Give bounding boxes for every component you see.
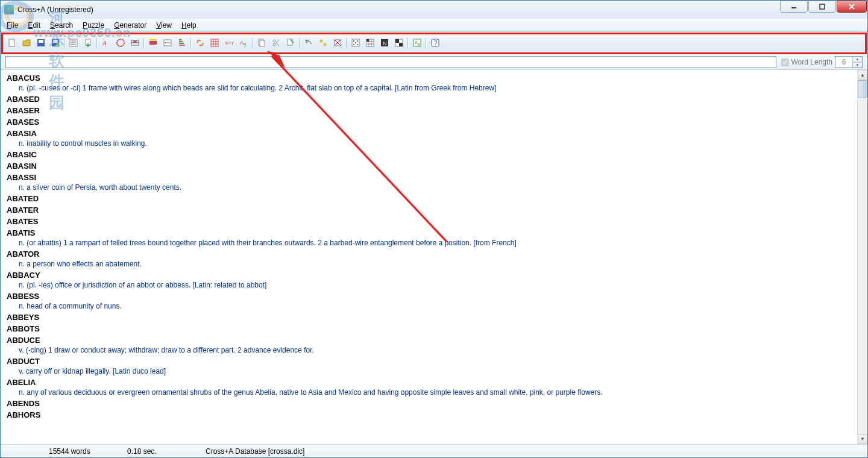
svg-rect-8 — [39, 40, 43, 43]
menu-view[interactable]: View — [151, 19, 177, 31]
new-button[interactable] — [5, 36, 19, 51]
dict-button[interactable]: AB — [410, 36, 424, 51]
minimize-button[interactable] — [780, 1, 808, 13]
svg-point-37 — [320, 39, 323, 42]
puzzle3-icon: N — [380, 38, 389, 49]
grid-button[interactable] — [207, 36, 222, 51]
word-entry[interactable]: ABDUCT — [7, 357, 861, 366]
sort-icon — [177, 38, 187, 49]
word-entry[interactable]: ABASIC — [7, 150, 861, 159]
word-entry[interactable]: ABENDS — [7, 399, 861, 408]
spin-up-button[interactable]: ▲ — [852, 57, 862, 63]
word-entry[interactable]: ABBESS — [7, 292, 861, 301]
maximize-button[interactable] — [808, 1, 836, 13]
word-entry[interactable]: ABATIS — [7, 228, 861, 237]
word-list-button[interactable] — [66, 36, 81, 51]
clear-button[interactable] — [330, 36, 345, 51]
word-entry[interactable]: ABATES — [7, 217, 861, 226]
export-button[interactable] — [81, 36, 95, 51]
word-entry[interactable]: ABDUCE — [7, 336, 861, 345]
anagram-button[interactable]: A — [99, 36, 113, 51]
spin-down-button[interactable]: ▼ — [852, 63, 862, 68]
word-entry[interactable]: ABACUS — [7, 74, 861, 83]
vertical-scrollbar[interactable]: ▲ ▼ — [857, 70, 867, 444]
redo-button[interactable] — [316, 36, 330, 51]
toolbar-separator — [251, 36, 254, 51]
svg-point-46 — [353, 44, 354, 45]
word-entry[interactable]: ABASSI — [7, 173, 861, 182]
undo-button[interactable] — [301, 36, 316, 51]
svg-point-47 — [357, 44, 358, 45]
word-entry[interactable]: ABELIA — [7, 378, 861, 387]
puzzle1-button[interactable] — [348, 36, 363, 51]
app-window: 河东软件园 www.pc0359.cn Cross+A (Unregistere… — [0, 0, 868, 458]
save-button[interactable] — [34, 36, 48, 51]
crossword-button[interactable] — [128, 36, 142, 51]
open-button[interactable] — [19, 36, 34, 51]
word-entry[interactable]: ABASIA — [7, 129, 861, 138]
toolbar-separator — [298, 36, 301, 51]
word-length-value[interactable] — [835, 57, 852, 67]
menu-puzzle[interactable]: Puzzle — [78, 19, 109, 31]
menu-generator[interactable]: Generator — [109, 19, 151, 31]
word-entry[interactable]: ABASIN — [7, 162, 861, 171]
svg-point-45 — [355, 42, 356, 43]
status-word-count: 15544 words — [43, 447, 121, 456]
new-icon — [7, 38, 17, 49]
menu-search[interactable]: Search — [45, 19, 78, 31]
copy-button[interactable] — [254, 36, 269, 51]
formula-icon: X+Y — [224, 38, 234, 49]
sort-button[interactable] — [175, 36, 189, 51]
svg-point-34 — [273, 43, 275, 46]
formula-button[interactable]: X+Y — [222, 36, 236, 51]
save-as-icon — [51, 38, 60, 49]
word-entry[interactable]: ABHORS — [7, 410, 861, 419]
puzzle3-button[interactable]: N — [377, 36, 392, 51]
word-entry[interactable]: ABASES — [7, 118, 861, 127]
filter-button[interactable] — [113, 36, 128, 51]
search-input[interactable] — [5, 56, 776, 68]
hint-button[interactable] — [160, 36, 175, 51]
scroll-up-button[interactable]: ▲ — [858, 70, 867, 80]
paste-button[interactable] — [283, 36, 298, 51]
close-button[interactable] — [837, 1, 867, 13]
link-icon — [195, 38, 205, 49]
word-entry[interactable]: ABATED — [7, 194, 861, 203]
toolbar-highlight-box: AX+YABNAB? — [1, 33, 867, 54]
word-entry[interactable]: ABATOR — [7, 249, 861, 259]
toolbar-separator — [406, 36, 410, 51]
word-definition: n. any of various deciduous or evergreen… — [19, 388, 861, 397]
rebus-button[interactable] — [146, 36, 160, 51]
menu-help[interactable]: Help — [177, 19, 201, 31]
link-button[interactable] — [193, 36, 207, 51]
word-length-box: Word Length ▲ ▼ — [781, 56, 863, 68]
word-length-spinner[interactable]: ▲ ▼ — [835, 56, 863, 68]
puzzle2-button[interactable] — [363, 36, 377, 51]
svg-rect-21 — [136, 40, 139, 43]
svg-rect-53 — [395, 39, 399, 43]
puzzle4-button[interactable] — [392, 36, 406, 51]
word-length-checkbox[interactable] — [781, 58, 789, 66]
word-length-label: Word Length — [791, 58, 833, 66]
word-entry[interactable]: ABBOTS — [7, 324, 861, 333]
svg-rect-35 — [288, 39, 292, 45]
save-as-button[interactable] — [48, 36, 63, 51]
svg-rect-10 — [53, 40, 58, 43]
word-entry[interactable]: ABBACY — [7, 271, 861, 280]
cut-button[interactable] — [269, 36, 283, 51]
help-button[interactable]: ? — [428, 36, 442, 51]
word-entry[interactable]: ABBEYS — [7, 313, 861, 322]
word-entry[interactable]: ABASER — [7, 106, 861, 115]
svg-point-18 — [117, 39, 124, 46]
scroll-thumb[interactable] — [858, 80, 867, 98]
svg-rect-27 — [211, 39, 218, 46]
menu-file[interactable]: File — [2, 19, 23, 31]
filter-icon — [116, 38, 125, 49]
menu-edit[interactable]: Edit — [23, 19, 45, 31]
hint-icon — [163, 38, 172, 49]
paste-icon — [286, 38, 295, 49]
alpha-button[interactable]: AB — [236, 36, 251, 51]
word-entry[interactable]: ABASED — [7, 95, 861, 104]
word-entry[interactable]: ABATER — [7, 205, 861, 215]
scroll-down-button[interactable]: ▼ — [858, 434, 867, 444]
